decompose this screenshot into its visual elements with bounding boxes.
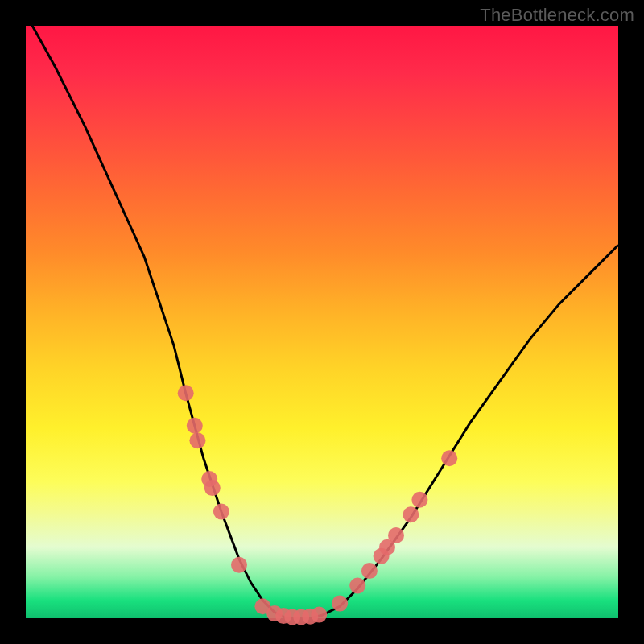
data-marker (361, 563, 378, 579)
data-marker (189, 432, 205, 448)
data-marker (311, 607, 327, 623)
data-marker (187, 418, 203, 434)
data-marker (178, 385, 194, 401)
bottleneck-curve (26, 14, 618, 618)
plot-area (26, 26, 618, 618)
marker-group (178, 385, 458, 625)
data-marker (411, 492, 427, 508)
data-marker (332, 596, 348, 612)
data-marker (213, 504, 229, 520)
data-marker (349, 578, 365, 594)
data-marker (231, 557, 247, 573)
data-marker (204, 480, 221, 496)
data-marker (388, 527, 404, 543)
chart-frame: TheBottleneck.com (0, 0, 644, 644)
data-marker (441, 450, 457, 466)
data-marker (402, 506, 419, 522)
chart-svg (26, 26, 618, 618)
watermark-text: TheBottleneck.com (480, 5, 634, 26)
